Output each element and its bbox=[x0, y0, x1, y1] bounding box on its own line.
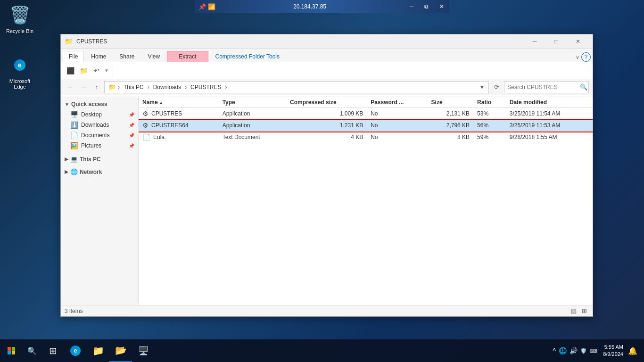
file-name-cell[interactable]: ⚙ CPUSTRES64 bbox=[139, 120, 219, 132]
new-folder-btn[interactable]: 📁 bbox=[78, 65, 89, 76]
col-size[interactable]: Size bbox=[428, 97, 474, 108]
tray-keyboard-icon[interactable]: ⌨ bbox=[590, 348, 597, 354]
col-name[interactable]: Name bbox=[139, 97, 219, 108]
tray-security-icon[interactable]: 🛡️ bbox=[580, 348, 587, 354]
windows-logo bbox=[8, 347, 15, 354]
ribbon-expand-icon[interactable]: ∨ bbox=[576, 54, 579, 60]
table-header: Name Type Compressed size Password ... S… bbox=[139, 97, 593, 108]
file-icon-1: ⚙ bbox=[142, 122, 149, 129]
window-icon: 📁 bbox=[65, 38, 73, 45]
search-box[interactable]: 🔍 bbox=[504, 81, 589, 93]
quick-access-header[interactable]: ▼ Quick access bbox=[61, 99, 138, 109]
this-pc-header[interactable]: ▶ 💻 This PC bbox=[61, 154, 138, 165]
taskbar-edge[interactable]: e bbox=[64, 339, 87, 362]
file-compressed-size-cell: 1,009 KB bbox=[286, 108, 367, 120]
item-count: 3 items bbox=[65, 308, 83, 314]
search-input[interactable] bbox=[507, 84, 578, 90]
system-clock[interactable]: 5:55 AM 8/9/2024 bbox=[603, 344, 623, 358]
tab-view[interactable]: View bbox=[141, 51, 166, 62]
taskbar-file-explorer[interactable]: 📁 bbox=[87, 339, 109, 362]
tab-home[interactable]: Home bbox=[85, 51, 112, 62]
file-name-text: CPUSTRES64 bbox=[151, 122, 189, 129]
ribbon-content: ⬛ 📁 ↶ ▼ bbox=[61, 62, 593, 79]
taskbar-file-explorer-active[interactable]: 📂 bbox=[109, 339, 132, 362]
taskbar-search-button[interactable]: 🔍 bbox=[23, 339, 41, 362]
window-controls: ─ □ ✕ bbox=[524, 34, 589, 49]
file-compressed-size-cell: 4 KB bbox=[286, 132, 367, 143]
window-title: CPUSTRES bbox=[73, 38, 524, 45]
file-name-cell[interactable]: 📄 Eula bbox=[139, 132, 219, 143]
minimize-button[interactable]: ─ bbox=[524, 34, 545, 49]
sidebar-item-downloads[interactable]: ⬇️ Downloads 📌 bbox=[61, 120, 138, 130]
pin-icon: 📌 bbox=[198, 3, 206, 10]
tray-network-icon[interactable]: 🌐 bbox=[559, 347, 567, 354]
tab-extract[interactable]: Extract bbox=[167, 51, 208, 62]
file-type-cell: Application bbox=[219, 108, 286, 120]
network-header[interactable]: ▶ 🌐 Network bbox=[61, 166, 138, 177]
tab-file[interactable]: File bbox=[63, 51, 84, 62]
this-pc-label: This PC bbox=[80, 156, 101, 163]
address-bar: ← → ↑ 📁 › This PC › Downloads › CPUSTRES… bbox=[61, 79, 593, 95]
quick-access-arrow[interactable]: ▼ bbox=[104, 68, 109, 73]
file-name-text: Eula bbox=[153, 134, 165, 140]
remote-close-btn[interactable]: ✕ bbox=[434, 0, 449, 13]
recycle-bin-icon[interactable]: 🗑️ Recycle Bin bbox=[1, 2, 39, 36]
quick-access-label: Quick access bbox=[71, 101, 107, 107]
address-path[interactable]: 📁 › This PC › Downloads › CPUSTRES › ▼ bbox=[104, 81, 489, 93]
sidebar-item-pictures[interactable]: 🖼️ Pictures 📌 bbox=[61, 140, 138, 151]
path-cpustres[interactable]: CPUSTRES bbox=[189, 83, 223, 91]
col-type[interactable]: Type bbox=[219, 97, 286, 108]
documents-pin-icon: 📌 bbox=[129, 133, 134, 138]
details-view-icon[interactable]: ▤ bbox=[569, 306, 578, 316]
remote-minimize-btn[interactable]: ─ bbox=[404, 0, 419, 13]
file-explorer-window: 📁 CPUSTRES ─ □ ✕ File Home Share View Ex… bbox=[60, 34, 593, 317]
taskbar-task-view[interactable]: ⊞ bbox=[41, 339, 64, 362]
remote-restore-btn[interactable]: ⧉ bbox=[419, 0, 434, 13]
table-row[interactable]: ⚙ CPUSTRES Application 1,009 KB No 2,131… bbox=[139, 108, 593, 120]
undo-btn[interactable]: ↶ bbox=[91, 65, 102, 76]
col-compressed-size[interactable]: Compressed size bbox=[286, 97, 367, 108]
properties-btn[interactable]: ⬛ bbox=[65, 65, 76, 76]
table-row[interactable]: ⚙ CPUSTRES64 Application 1,231 KB No 2,7… bbox=[139, 120, 593, 132]
tray-volume-icon[interactable]: 🔊 bbox=[570, 347, 578, 354]
microsoft-edge-icon[interactable]: e Microsoft Edge bbox=[1, 52, 39, 91]
close-button[interactable]: ✕ bbox=[567, 34, 589, 49]
path-this-pc[interactable]: This PC bbox=[122, 83, 146, 91]
start-button[interactable] bbox=[0, 339, 23, 362]
search-icon[interactable]: 🔍 bbox=[580, 83, 587, 90]
refresh-button[interactable]: ⟳ bbox=[491, 81, 502, 93]
ribbon-help-icon[interactable]: ? bbox=[581, 52, 591, 62]
titlebar-left: 📁 bbox=[65, 38, 73, 45]
tray-arrow-icon[interactable]: ^ bbox=[553, 347, 556, 354]
forward-button[interactable]: → bbox=[78, 82, 89, 93]
notification-center[interactable]: 🔔 bbox=[625, 339, 640, 362]
back-button[interactable]: ← bbox=[65, 82, 76, 93]
address-dropdown-icon[interactable]: ▼ bbox=[479, 84, 485, 90]
signal-icon: 📶 bbox=[208, 3, 215, 10]
this-pc-icon: 💻 bbox=[70, 156, 78, 163]
col-password[interactable]: Password ... bbox=[367, 97, 427, 108]
sidebar-item-documents[interactable]: 📄 Documents 📌 bbox=[61, 130, 138, 140]
file-password-cell: No bbox=[367, 108, 427, 120]
sidebar-item-desktop[interactable]: 🖥️ Desktop 📌 bbox=[61, 109, 138, 120]
system-tray: ^ 🌐 🔊 🛡️ ⌨ bbox=[553, 347, 598, 354]
tab-share[interactable]: Share bbox=[113, 51, 140, 62]
file-name-text: CPUSTRES bbox=[151, 110, 182, 117]
quick-access-toolbar: ⬛ 📁 ↶ ▼ bbox=[65, 65, 113, 76]
remote-ip: 20.184.37.85 bbox=[293, 3, 326, 10]
file-explorer-active-icon: 📂 bbox=[115, 345, 127, 356]
table-row[interactable]: 📄 Eula Text Document 4 KB No 8 KB 59% 9/… bbox=[139, 132, 593, 143]
edge-app-icon: e bbox=[70, 346, 81, 356]
taskbar: 🔍 ⊞ e 📁 📂 🖥️ ^ 🌐 🔊 🛡️ bbox=[0, 339, 644, 362]
remote-controls: ─ ⧉ ✕ bbox=[404, 0, 449, 13]
col-date[interactable]: Date modified bbox=[506, 97, 593, 108]
taskbar-remote-desktop[interactable]: 🖥️ bbox=[132, 339, 155, 362]
file-date-cell: 9/28/2018 1:55 AM bbox=[506, 132, 593, 143]
path-downloads[interactable]: Downloads bbox=[151, 83, 183, 91]
large-icons-view-icon[interactable]: ⊞ bbox=[579, 306, 589, 316]
tab-compressed[interactable]: Compressed Folder Tools bbox=[209, 51, 286, 62]
col-ratio[interactable]: Ratio bbox=[473, 97, 506, 108]
up-button[interactable]: ↑ bbox=[91, 82, 102, 93]
maximize-button[interactable]: □ bbox=[545, 34, 567, 49]
file-name-cell[interactable]: ⚙ CPUSTRES bbox=[139, 108, 219, 120]
